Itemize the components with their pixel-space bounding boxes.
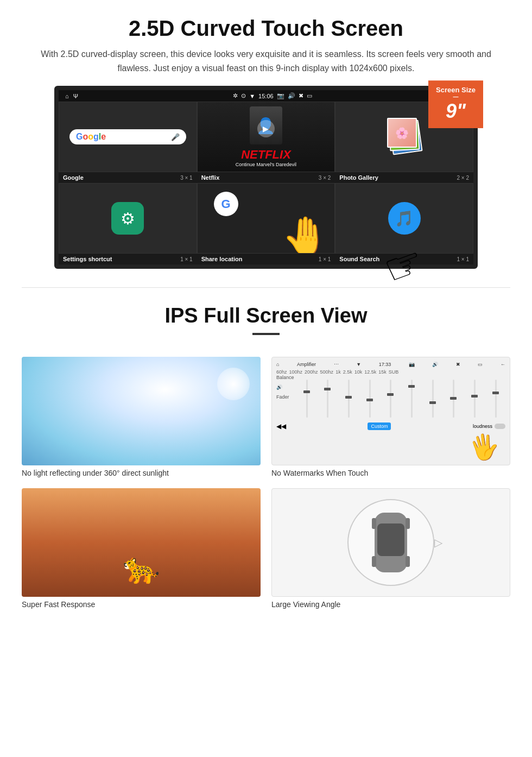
status-left: ⌂ Ψ <box>65 93 78 99</box>
hand-icon: 🤚 <box>282 214 329 254</box>
amp-dots-icon: ⋯ <box>334 362 339 367</box>
google-g-icon: G <box>76 132 83 142</box>
cheetah-icon: 🐆 <box>123 551 160 586</box>
amplifier-caption: No Watermarks When Touch <box>271 469 510 477</box>
amp-bar-7[interactable] <box>423 377 442 420</box>
share-location-cell[interactable]: G 🤚 Share location 1 × 1 <box>197 183 335 264</box>
amp-footer: ◀◀ Custom loudness <box>276 422 505 430</box>
amp-freq-labels: 60hz100hz200hz500hz1k2.5k10k12.5k15kSUB <box>276 369 505 375</box>
location-icon: ⊙ <box>241 92 246 99</box>
netflix-subtitle: Continue Marvel's Daredevil <box>236 162 296 167</box>
amp-vol-icon: 🔊 <box>432 362 438 367</box>
section1-description: With 2.5D curved-display screen, this de… <box>33 47 499 75</box>
netflix-play-button[interactable]: ▶ <box>257 120 275 137</box>
car-caption: Large Viewing Angle <box>271 600 510 609</box>
google-maps-icon: G <box>214 192 238 216</box>
amp-bar-10[interactable] <box>486 377 505 420</box>
amp-close-icon[interactable]: ✖ <box>456 362 460 367</box>
google-o1-icon: o <box>83 132 88 142</box>
amp-win-icon[interactable]: ▭ <box>478 362 483 367</box>
google-label: Google 3 × 1 <box>59 172 197 183</box>
car-direction-arrow: ▷ <box>434 536 442 549</box>
status-bar: ⌂ Ψ ✲ ⊙ ▼ 15:06 📷 🔊 ✖ ▭ <box>59 90 473 102</box>
share-location-label: Share location 1 × 1 <box>197 254 335 264</box>
camera-icon: 📷 <box>277 92 284 99</box>
signal-icon: ▼ <box>249 93 255 99</box>
netflix-cell[interactable]: 👤 ▶ NETFLIX Continue Marvel's Daredevil … <box>197 102 335 183</box>
svg-rect-3 <box>406 518 410 529</box>
section-ips-view: IPS Full Screen View <box>0 293 532 351</box>
amp-wifi-icon: ▼ <box>356 362 361 367</box>
svg-rect-5 <box>406 556 410 567</box>
netflix-widget[interactable]: 👤 ▶ NETFLIX Continue Marvel's Daredevil <box>197 102 335 172</box>
close-icon[interactable]: ✖ <box>299 92 303 99</box>
amp-custom-button[interactable]: Custom <box>368 422 391 430</box>
amp-title: Amplifier <box>297 362 316 367</box>
music-note-icon[interactable]: 🎵 <box>388 202 421 235</box>
amp-bar-3[interactable] <box>339 377 359 420</box>
amp-back-prev-icon[interactable]: ◀◀ <box>276 422 286 430</box>
cheetah-caption: Super Fast Response <box>22 600 261 609</box>
google-search-bar[interactable]: G o o g l e 🎤 <box>69 129 186 144</box>
sun-flare <box>217 368 250 400</box>
cheetah-feature: 🐆 Super Fast Response <box>22 488 261 609</box>
title-underline <box>252 333 280 335</box>
window-icon[interactable]: ▭ <box>307 92 312 99</box>
status-center: ✲ ⊙ ▼ 15:06 📷 🔊 ✖ ▭ <box>233 92 312 99</box>
time-display: 15:06 <box>258 93 274 99</box>
amplifier-feature: ⌂ Amplifier ⋯ ▼ 17:33 📷 🔊 ✖ ▭ ← 60hz100h… <box>271 357 510 477</box>
sunlight-feature: No light reflecting under 360° direct su… <box>22 357 261 477</box>
share-location-widget[interactable]: G 🤚 <box>197 183 335 254</box>
car-circle-frame <box>347 499 434 586</box>
amp-bar-6[interactable] <box>402 377 422 420</box>
amp-bar-5[interactable] <box>381 377 401 420</box>
settings-widget[interactable]: ⚙ <box>59 183 197 254</box>
settings-icon[interactable]: ⚙ <box>111 202 144 235</box>
bluetooth-icon: ✲ <box>233 92 238 99</box>
section-divider <box>22 287 510 288</box>
sunlight-image <box>22 357 261 465</box>
photo-gallery-label: Photo Gallery 2 × 2 <box>335 172 473 183</box>
amp-header: ⌂ Amplifier ⋯ ▼ 17:33 📷 🔊 ✖ ▭ ← <box>276 362 505 367</box>
car-feature: ▷ Large Viewing Angle <box>271 488 510 609</box>
amp-bar-2[interactable] <box>318 377 338 420</box>
amp-side-label-list: Balance 🔊 Fader <box>276 375 294 420</box>
feature-grid: No light reflecting under 360° direct su… <box>0 351 532 620</box>
amp-bar-8[interactable] <box>444 377 464 420</box>
sunlight-caption: No light reflecting under 360° direct su… <box>22 469 261 477</box>
svg-rect-1 <box>377 523 404 556</box>
google-widget[interactable]: G o o g l e 🎤 <box>59 102 197 172</box>
car-image: ▷ <box>271 488 510 597</box>
amp-equalizer-bars <box>297 377 505 420</box>
screen-size-badge: Screen Size — 9" <box>428 80 483 128</box>
svg-rect-2 <box>372 518 376 529</box>
amplifier-image: ⌂ Amplifier ⋯ ▼ 17:33 📷 🔊 ✖ ▭ ← 60hz100h… <box>271 357 510 465</box>
touch-hand-amp: 🖐 <box>467 430 502 464</box>
cheetah-scene: 🐆 <box>22 488 261 597</box>
google-e-icon: e <box>101 132 106 142</box>
car-svg <box>369 507 413 578</box>
google-cell[interactable]: G o o g l e 🎤 Google 3 × 1 <box>59 102 197 183</box>
settings-cell[interactable]: ⚙ Settings shortcut 1 × 1 <box>59 183 197 264</box>
volume-icon: 🔊 <box>288 92 295 99</box>
sunlight-scene <box>22 357 261 465</box>
amp-loudness-toggle[interactable] <box>495 424 505 429</box>
settings-label: Settings shortcut 1 × 1 <box>59 254 197 264</box>
amp-loudness-control: loudness <box>473 424 505 429</box>
amp-bar-4[interactable] <box>360 377 379 420</box>
microphone-icon[interactable]: 🎤 <box>171 133 180 141</box>
photo-stack: 🌸 <box>383 115 426 159</box>
amp-bar-1[interactable] <box>297 377 317 420</box>
section2-title: IPS Full Screen View <box>22 304 510 327</box>
google-g2-icon: g <box>93 132 99 142</box>
amp-back-icon[interactable]: ← <box>501 362 505 367</box>
netflix-logo: NETFLIX <box>241 148 291 162</box>
amp-bar-9[interactable] <box>465 377 485 420</box>
amp-loudness-label: loudness <box>473 424 492 429</box>
section-curved-screen: 2.5D Curved Touch Screen With 2.5D curve… <box>0 0 532 282</box>
device-mockup: Screen Size — 9" ⌂ Ψ ✲ ⊙ ▼ 15:06 📷 🔊 ✖ <box>54 86 478 269</box>
amp-time: 17:33 <box>379 362 391 367</box>
car-top-view: ▷ <box>347 499 434 586</box>
home-icon[interactable]: ⌂ <box>65 93 69 99</box>
netflix-label: Netflix 3 × 2 <box>197 172 335 183</box>
